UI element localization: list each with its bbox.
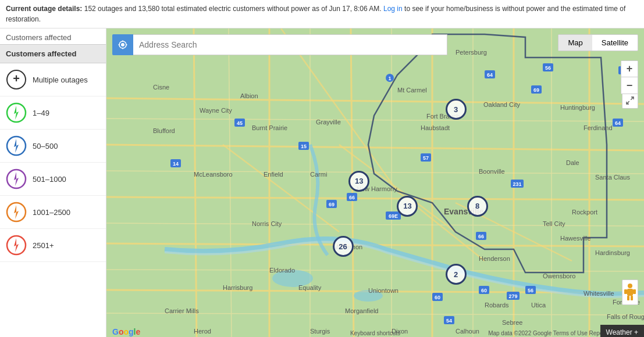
keyboard-shortcuts: Keyboard shortcuts [350,330,400,336]
outage-circle: 13 [397,196,418,217]
outage-marker-m2[interactable]: 3 [446,99,467,120]
google-logo: Google [112,327,140,336]
map-container[interactable]: Blufford Wayne City Albion Cisne Petersb… [106,28,644,337]
outage-circle: 13 [348,171,369,192]
legend-item-multiple: + Multiple outages [0,63,106,96]
outage-marker-m5[interactable]: 26 [333,236,354,257]
sidebar: Customers affected Customers affected + … [0,28,106,337]
legend-section-header: Customers affected [0,44,106,63]
legend-icon-1001-2500 [6,202,27,223]
outage-markers: 13 3 13 8 26 2 [106,28,644,337]
svg-line-132 [631,97,634,100]
address-search-input[interactable] [133,34,447,55]
outage-circle: 2 [446,264,467,285]
legend-icon-multiple: + [6,69,27,90]
legend-label-multiple: Multiple outages [33,76,88,84]
map-type-buttons: Map Satellite [558,34,638,51]
legend-item-1001-2500: 1001–2500 [0,196,106,229]
legend-icon-1-49 [6,102,27,123]
legend-icon-50-500 [6,135,27,156]
svg-point-134 [628,284,632,288]
satellite-view-button[interactable]: Satellite [592,35,638,51]
street-view-button[interactable] [622,279,638,305]
legend-label-2501plus: 2501+ [33,241,54,250]
svg-text:+: + [13,72,20,85]
legend-label-50-500: 50–500 [33,142,58,150]
outage-banner: Current outage details: 152 outages and … [0,0,644,28]
weather-label: Weather + [606,328,638,336]
banner-bold: Current outage details: [6,5,82,13]
zoom-controls: + − [621,60,638,94]
zoom-out-button[interactable]: − [621,77,638,94]
svg-rect-135 [627,289,633,296]
main-container: Customers affected Customers affected + … [0,28,644,337]
svg-rect-136 [627,296,629,300]
svg-rect-137 [631,296,633,300]
outage-marker-m1[interactable]: 13 [348,171,369,192]
outage-marker-m4[interactable]: 8 [467,196,488,217]
zoom-in-button[interactable]: + [621,61,638,77]
weather-button[interactable]: Weather + [600,325,644,337]
svg-rect-139 [633,289,636,294]
map-footer: Google [112,327,140,336]
banner-text: 152 outages and 13,580 total estimated e… [84,5,382,13]
outage-circle: 26 [333,236,354,257]
legend-item-50-500: 50–500 [0,130,106,163]
legend-label-501-1000: 501–1000 [33,175,66,184]
legend-item-501-1000: 501–1000 [0,163,106,196]
legend-item-2501plus: 2501+ [0,229,106,262]
location-button[interactable] [112,34,133,55]
legend-item-1-49: 1–49 [0,96,106,130]
legend-icon-2501plus [6,235,27,256]
outage-circle: 3 [446,99,467,120]
svg-point-126 [121,43,124,46]
login-link[interactable]: Log in [383,5,403,13]
map-view-button[interactable]: Map [558,35,592,51]
svg-line-133 [627,101,629,104]
outage-marker-m3[interactable]: 13 [397,196,418,217]
svg-rect-138 [624,289,627,294]
legend-label-1-49: 1–49 [33,109,49,117]
sidebar-top-header: Customers affected [0,28,106,44]
legend-label-1001-2500: 1001–2500 [33,208,70,217]
legend-icon-501-1000 [6,168,27,189]
fullscreen-button[interactable] [622,92,638,109]
outage-circle: 8 [467,196,488,217]
outage-marker-m6[interactable]: 2 [446,264,467,285]
